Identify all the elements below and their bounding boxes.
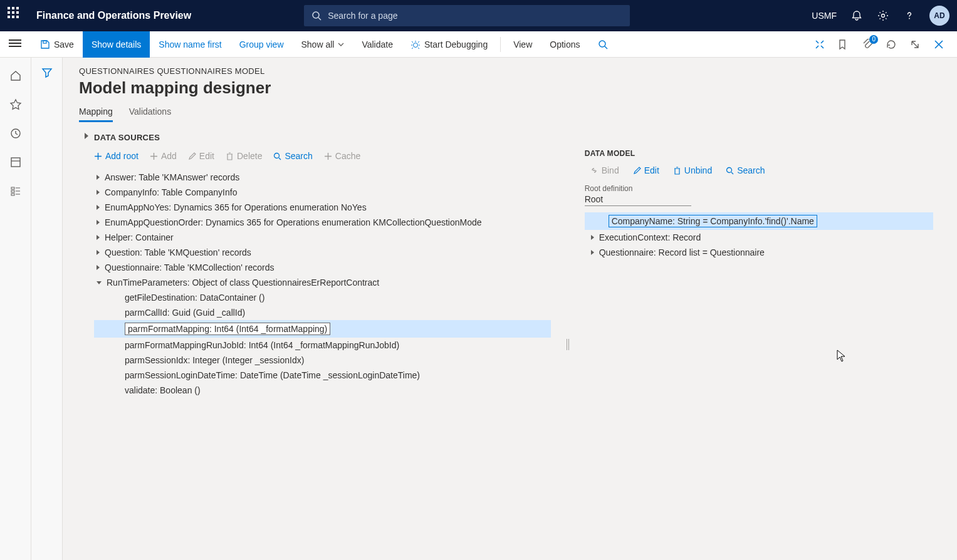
filter-icon[interactable] — [41, 66, 53, 560]
unbind-button[interactable]: Unbind — [673, 165, 712, 175]
tree-row[interactable]: EnumAppQuestionOrder: Dynamics 365 for O… — [94, 215, 551, 230]
start-debugging-button[interactable]: Start Debugging — [402, 31, 496, 58]
edit-label: Edit — [199, 151, 214, 161]
add-label: Add — [161, 151, 177, 161]
tree-row[interactable]: Answer: Table 'KMAnswer' records — [94, 170, 551, 185]
dm-search-label: Search — [737, 165, 765, 175]
tree-row[interactable]: Question: Table 'KMQuestion' records — [94, 245, 551, 260]
tree-row[interactable]: CompanyName: String = CompanyInfo.'find(… — [585, 212, 933, 230]
expand-icon[interactable] — [97, 235, 100, 240]
help-icon[interactable] — [903, 9, 916, 22]
dm-edit-button[interactable]: Edit — [633, 165, 659, 175]
close-icon[interactable] — [932, 38, 946, 51]
search-button[interactable]: Search — [273, 151, 312, 161]
tree-label: validate: Boolean () — [125, 385, 201, 395]
tree-row[interactable]: Questionnaire: Record list = Questionnai… — [585, 245, 933, 260]
options-menu[interactable]: Options — [541, 31, 588, 58]
expand-collapse-icon[interactable] — [85, 133, 88, 139]
tree-row[interactable]: ExecutionContext: Record — [585, 230, 933, 245]
tree-label: parmFormatMappingRunJobId: Int64 (Int64 … — [125, 340, 399, 350]
collapse-icon[interactable] — [97, 281, 102, 284]
left-nav — [0, 58, 31, 560]
tree-label: EnumAppQuestionOrder: Dynamics 365 for O… — [105, 217, 482, 227]
tree-row[interactable]: parmCallId: Guid (Guid _callId) — [94, 305, 551, 320]
show-all-label: Show all — [301, 39, 335, 49]
group-view-button[interactable]: Group view — [231, 31, 293, 58]
tree-label: parmFormatMapping: Int64 (Int64 _formatM… — [125, 323, 330, 335]
expand-icon[interactable] — [97, 250, 100, 255]
show-details-button[interactable]: Show details — [83, 31, 150, 58]
save-button[interactable]: Save — [31, 31, 83, 58]
expand-icon[interactable] — [97, 265, 100, 270]
page-options-icon[interactable] — [837, 38, 850, 51]
dm-search-button[interactable]: Search — [726, 165, 765, 175]
refresh-icon[interactable] — [884, 38, 898, 51]
entity-label[interactable]: USMF — [812, 11, 837, 21]
add-button[interactable]: Add — [150, 151, 177, 161]
top-right-group: USMF AD — [812, 6, 949, 26]
search-icon — [311, 11, 322, 21]
favorites-icon[interactable] — [9, 98, 23, 111]
tab-mapping-label: Mapping — [79, 106, 113, 117]
app-launcher-icon[interactable] — [8, 7, 25, 24]
tree-row[interactable]: validate: Boolean () — [94, 383, 551, 398]
splitter[interactable] — [563, 129, 572, 560]
data-model-panel: DATA MODEL Bind Edit Unbind Search Root … — [585, 129, 941, 560]
recent-icon[interactable] — [9, 127, 23, 140]
tree-label: CompanyInfo: Table CompanyInfo — [105, 187, 237, 197]
hamburger-icon[interactable] — [9, 38, 21, 50]
edit-button[interactable]: Edit — [188, 151, 214, 161]
tree-row[interactable]: EnumAppNoYes: Dynamics 365 for Operation… — [94, 200, 551, 215]
modules-icon[interactable] — [9, 184, 23, 198]
show-all-dropdown[interactable]: Show all — [293, 31, 353, 58]
attachments-icon[interactable]: 0 — [860, 38, 874, 51]
tree-row[interactable]: Helper: Container — [94, 230, 551, 245]
command-search-button[interactable] — [589, 31, 617, 58]
validate-button[interactable]: Validate — [353, 31, 402, 58]
global-search[interactable]: Search for a page — [304, 5, 630, 26]
workspaces-icon[interactable] — [9, 155, 23, 169]
data-model-heading: DATA MODEL — [585, 149, 933, 158]
expand-icon[interactable] — [97, 175, 100, 180]
group-view-label: Group view — [239, 39, 284, 49]
tree-row[interactable]: parmFormatMapping: Int64 (Int64 _formatM… — [94, 320, 551, 338]
expand-icon[interactable] — [591, 235, 594, 240]
tree-row[interactable]: parmSessionLoginDateTime: DateTime (Date… — [94, 368, 551, 383]
expand-icon[interactable] — [591, 250, 594, 255]
delete-button[interactable]: Delete — [226, 151, 262, 161]
svg-point-6 — [599, 41, 605, 47]
tab-mapping[interactable]: Mapping — [79, 106, 113, 122]
tree-row[interactable]: RunTimeParameters: Object of class Quest… — [94, 275, 551, 290]
root-definition-value[interactable]: Root — [585, 194, 691, 206]
search-icon — [598, 39, 608, 49]
bind-button[interactable]: Bind — [590, 165, 619, 175]
svg-line-1 — [318, 18, 321, 20]
tree-row[interactable]: getFileDestination: DataContainer () — [94, 290, 551, 305]
tree-row[interactable]: CompanyInfo: Table CompanyInfo — [94, 185, 551, 200]
avatar[interactable]: AD — [929, 6, 949, 26]
personalize-icon[interactable] — [813, 38, 827, 51]
tree-row[interactable]: parmFormatMappingRunJobId: Int64 (Int64 … — [94, 338, 551, 353]
svg-point-0 — [313, 12, 319, 18]
popout-icon[interactable] — [908, 38, 922, 51]
expand-icon[interactable] — [97, 220, 100, 225]
tree-row[interactable]: parmSessionIdx: Integer (Integer _sessio… — [94, 353, 551, 368]
app-title: Finance and Operations Preview — [36, 10, 191, 21]
add-root-label: Add root — [105, 151, 139, 161]
show-name-first-button[interactable]: Show name first — [150, 31, 230, 58]
tree-label: Questionnaire: Table 'KMCollection' reco… — [105, 262, 274, 272]
home-icon[interactable] — [9, 69, 23, 83]
tab-validations[interactable]: Validations — [129, 106, 171, 122]
data-sources-tree: Answer: Table 'KMAnswer' recordsCompanyI… — [94, 170, 551, 398]
expand-icon[interactable] — [97, 190, 100, 195]
expand-icon[interactable] — [97, 205, 100, 210]
notifications-icon[interactable] — [850, 9, 863, 22]
cache-button[interactable]: Cache — [324, 151, 360, 161]
view-menu[interactable]: View — [505, 31, 541, 58]
split-handle-icon — [567, 339, 569, 350]
settings-icon[interactable] — [877, 9, 889, 22]
command-right-group: 0 — [813, 38, 957, 51]
svg-point-17 — [275, 153, 280, 158]
tree-row[interactable]: Questionnaire: Table 'KMCollection' reco… — [94, 260, 551, 275]
add-root-button[interactable]: Add root — [94, 151, 139, 161]
